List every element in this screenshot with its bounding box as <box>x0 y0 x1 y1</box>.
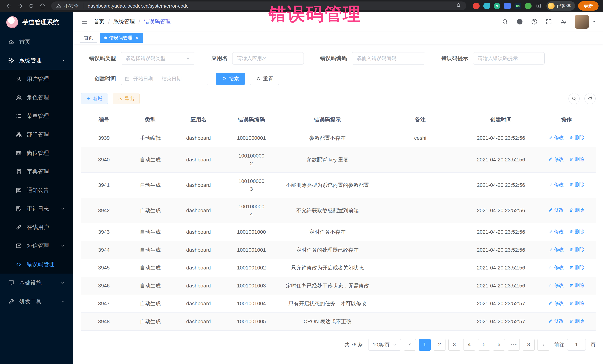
page-button-5[interactable]: 5 <box>478 339 490 351</box>
help-icon[interactable] <box>531 18 538 25</box>
browser-update-button[interactable]: 更新 <box>578 1 599 11</box>
header-search-icon[interactable] <box>502 18 508 25</box>
cell-time: 2021-04-20 23:52:56 <box>465 172 537 198</box>
error-code-input[interactable] <box>352 52 425 65</box>
extension-red-icon[interactable] <box>473 3 480 9</box>
delete-link[interactable]: 删除 <box>569 228 585 235</box>
sidebar-item-notice[interactable]: 通知公告 <box>0 181 73 199</box>
plus-icon <box>86 96 91 101</box>
reload-button[interactable] <box>27 1 36 11</box>
delete-link[interactable]: 删除 <box>569 156 585 163</box>
edit-link[interactable]: 修改 <box>548 181 564 188</box>
bookmark-star-icon[interactable] <box>455 2 462 10</box>
error-type-select[interactable]: 请选择错误码类型 <box>121 52 195 65</box>
sidebar-item-role[interactable]: 角色管理 <box>0 88 73 107</box>
sidebar-item-home[interactable]: 首页 <box>0 33 73 51</box>
error-hint-input[interactable] <box>473 52 545 65</box>
delete-icon <box>569 283 573 288</box>
search-button[interactable]: 搜索 <box>216 73 245 85</box>
fullscreen-icon[interactable] <box>545 18 552 25</box>
refresh-table-button[interactable] <box>584 93 596 104</box>
tab-label: 错误码管理 <box>109 35 132 41</box>
edit-link[interactable]: 修改 <box>548 207 564 214</box>
sidebar-item-menu[interactable]: 菜单管理 <box>0 107 73 125</box>
github-icon[interactable] <box>516 18 523 25</box>
page-button-8[interactable]: 8 <box>523 339 534 351</box>
home-button[interactable] <box>38 1 47 11</box>
delete-link[interactable]: 删除 <box>569 282 585 289</box>
delete-link[interactable]: 删除 <box>569 246 585 253</box>
sidebar-item-dept[interactable]: 部门管理 <box>0 125 73 144</box>
delete-link[interactable]: 删除 <box>569 134 585 141</box>
toggle-search-button[interactable] <box>568 93 580 104</box>
delete-link[interactable]: 删除 <box>569 300 585 307</box>
tab-close-icon[interactable]: × <box>135 35 139 41</box>
sidebar-item-errorcode[interactable]: 错误码管理 <box>0 255 73 274</box>
extension-on-icon[interactable]: on <box>514 3 521 9</box>
edit-link[interactable]: 修改 <box>548 246 564 253</box>
extension-vue-icon[interactable]: V <box>494 3 500 9</box>
edit-link[interactable]: 修改 <box>548 318 564 325</box>
cell-msg: 只有开启状态的任务，才可以修改 <box>279 295 376 313</box>
cell-msg: 定时任务的处理器已经存在 <box>279 241 376 259</box>
breadcrumb-item[interactable]: 系统管理 <box>113 18 135 25</box>
cell-remark <box>376 147 465 172</box>
delete-link[interactable]: 删除 <box>569 264 585 271</box>
sidebar-item-online[interactable]: 在线用户 <box>0 218 73 236</box>
sidebar-item-system[interactable]: 系统管理 <box>0 51 73 70</box>
collapse-menu-button[interactable] <box>80 17 89 26</box>
date-range-picker[interactable]: 开始日期 - 结束日期 <box>121 73 208 85</box>
link-icon <box>16 224 22 230</box>
forward-button[interactable] <box>16 1 25 11</box>
edit-link[interactable]: 修改 <box>548 134 564 141</box>
sidebar-item-dict[interactable]: 字典管理 <box>0 162 73 181</box>
user-menu[interactable] <box>575 15 597 29</box>
extension-grid-icon[interactable] <box>504 3 511 9</box>
reset-button[interactable]: 重置 <box>250 73 279 85</box>
breadcrumb-item[interactable]: 首页 <box>94 18 104 25</box>
cell-time: 2021-04-20 23:52:57 <box>465 295 537 313</box>
next-page-button[interactable] <box>537 339 549 351</box>
add-button[interactable]: 新增 <box>81 93 108 104</box>
tab-0[interactable]: 首页 <box>80 33 97 43</box>
page-size-select[interactable]: 10条/页 <box>368 339 401 351</box>
edit-link[interactable]: 修改 <box>548 300 564 307</box>
page-button-6[interactable]: 6 <box>493 339 505 351</box>
sidebar-item-sms[interactable]: 短信管理 <box>0 236 73 255</box>
tab-1[interactable]: 错误码管理× <box>100 33 143 43</box>
edit-link[interactable]: 修改 <box>548 264 564 271</box>
extension-green-icon[interactable] <box>525 3 532 9</box>
paused-badge[interactable]: 已暂停 <box>546 1 575 11</box>
sidebar-item-label: 研发工具 <box>19 298 42 305</box>
goto-label: 前往 <box>554 342 564 348</box>
delete-link[interactable]: 删除 <box>569 181 585 188</box>
edit-link[interactable]: 修改 <box>548 228 564 235</box>
sidebar-item-user[interactable]: 用户管理 <box>0 70 73 88</box>
delete-link[interactable]: 删除 <box>569 207 585 214</box>
page-button-4[interactable]: 4 <box>463 339 475 351</box>
export-button[interactable]: 导出 <box>113 93 140 104</box>
delete-link[interactable]: 删除 <box>569 318 585 325</box>
back-button[interactable] <box>4 1 14 11</box>
back-icon <box>6 3 12 9</box>
extension-drop-icon[interactable] <box>483 3 490 9</box>
app-name-input[interactable] <box>232 52 304 65</box>
delete-icon <box>569 230 573 234</box>
logo-image <box>6 16 18 28</box>
page-button-2[interactable]: 2 <box>434 339 445 351</box>
extension-puzzle-icon[interactable] <box>535 3 542 9</box>
page-button-more[interactable]: ••• <box>508 339 520 351</box>
edit-link[interactable]: 修改 <box>548 156 564 163</box>
prev-page-button[interactable] <box>404 339 416 351</box>
sidebar-item-auditlog[interactable]: 审计日志 <box>0 199 73 218</box>
address-bar[interactable]: 不安全 dashboard.yudao.iocoder.cn/system/er… <box>51 1 466 10</box>
font-size-icon[interactable] <box>560 18 567 25</box>
delete-icon <box>569 247 573 252</box>
sidebar-item-infra[interactable]: 基础设施 <box>0 274 73 292</box>
edit-link[interactable]: 修改 <box>548 282 564 289</box>
sidebar-item-post[interactable]: 岗位管理 <box>0 144 73 162</box>
sidebar-item-devtool[interactable]: 研发工具 <box>0 292 73 311</box>
goto-page-input[interactable] <box>567 339 586 351</box>
page-button-1[interactable]: 1 <box>419 339 431 351</box>
page-button-3[interactable]: 3 <box>448 339 460 351</box>
